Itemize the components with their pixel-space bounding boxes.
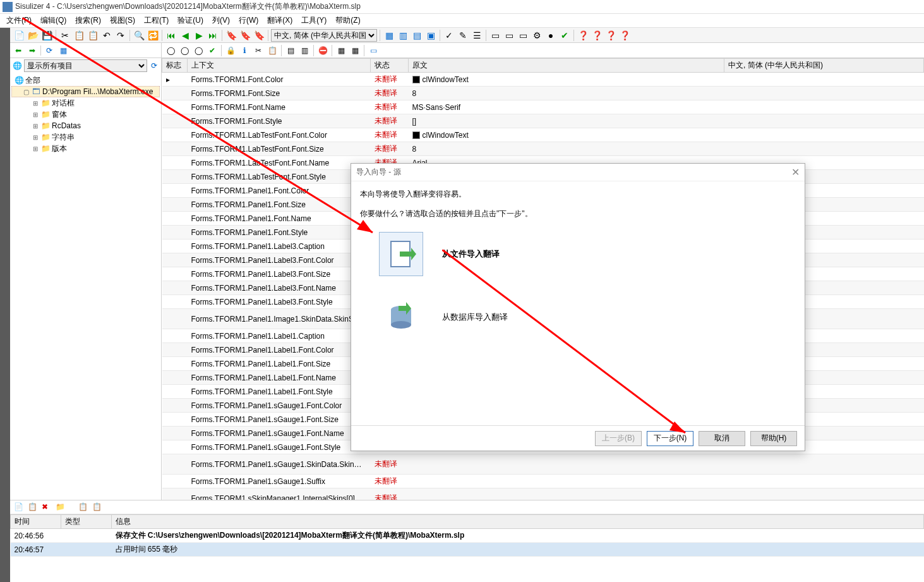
table-row[interactable]: Forms.TFORM1.LabTestFont.Font.Size未翻译8 [162, 142, 924, 156]
help2-icon[interactable]: ❓ [591, 29, 603, 42]
tree-item-forms[interactable]: ⊞ 📁 窗体 [11, 109, 160, 120]
log-copy-icon[interactable]: 📋 [28, 502, 38, 512]
col-target[interactable]: 中文, 简体 (中华人民共和国) [724, 59, 924, 73]
layout3-icon[interactable]: ▤ [411, 29, 423, 42]
log-folder-icon[interactable]: 📁 [56, 502, 66, 512]
cell-target[interactable] [724, 114, 924, 128]
cell-target[interactable] [724, 142, 924, 156]
log-grid[interactable]: 时间 类型 信息 20:46:56 保存文件 C:\Users\zhengwen… [10, 514, 924, 582]
save-icon[interactable]: 💾 [40, 29, 53, 42]
col-original[interactable]: 原文 [409, 59, 724, 73]
close-icon[interactable]: ✕ [791, 166, 800, 178]
table-row[interactable]: Forms.TFORM1.Font.Name未翻译MS·Sans·Serif [162, 100, 924, 114]
copy-icon[interactable]: 📋 [266, 44, 279, 57]
redo-icon[interactable]: ↷ [114, 29, 127, 42]
log-row[interactable]: 20:46:56 保存文件 C:\Users\zhengwen\Download… [11, 529, 924, 543]
copy-icon[interactable]: 📋 [73, 29, 85, 42]
grid-tool-icon[interactable]: ▦ [349, 44, 361, 57]
select-all-icon[interactable]: ▭ [489, 29, 501, 42]
cell-target[interactable] [724, 488, 924, 500]
menu-validate[interactable]: 验证(U) [174, 14, 207, 27]
next-button[interactable]: 下一步(N) [647, 431, 693, 446]
tree-opt-icon[interactable]: ▦ [57, 45, 69, 56]
table-row[interactable]: Forms.TFORM1.LabTestFont.Font.Color未翻译cl… [162, 128, 924, 142]
cell-target[interactable] [724, 475, 924, 488]
expand-icon[interactable]: ⊞ [32, 123, 39, 130]
validate-icon[interactable]: ✓ [443, 29, 455, 42]
check-icon[interactable]: ✔ [558, 29, 571, 42]
help-icon[interactable]: ❓ [577, 29, 589, 42]
tool-a-icon[interactable]: ▭ [503, 29, 515, 42]
language-combo[interactable]: 中文, 简体 (中华人民共和国 [271, 29, 377, 42]
menu-project[interactable]: 工程(T) [140, 14, 172, 27]
grid-tool-icon[interactable]: ◯ [164, 44, 177, 57]
cell-target[interactable] [724, 454, 924, 475]
tree-item-version[interactable]: ⊞ 📁 版本 [11, 143, 160, 154]
play-icon[interactable]: ▶ [193, 29, 205, 42]
forward-icon[interactable]: ➡ [27, 45, 38, 56]
expand-icon[interactable]: ⊞ [32, 134, 39, 141]
collapse-icon[interactable]: ▢ [22, 88, 30, 95]
tool-c-icon[interactable]: ● [544, 29, 557, 42]
expand-icon[interactable]: ⊞ [32, 111, 39, 118]
grid-tool-icon[interactable]: ▥ [298, 44, 311, 57]
col-context[interactable]: 上下文 [188, 59, 371, 73]
lock-icon[interactable]: 🔒 [224, 44, 237, 57]
filter-combo[interactable]: 显示所有项目 [24, 59, 147, 72]
open-icon[interactable]: 📂 [27, 29, 39, 42]
tree-root[interactable]: 🌐 全部 [11, 75, 160, 86]
log-copy3-icon[interactable]: 📋 [92, 502, 102, 512]
table-row[interactable]: Forms.TFORM1.sSkinManager1.InternalSkins… [162, 488, 924, 500]
menu-search[interactable]: 搜索(R) [71, 14, 105, 27]
bookmark-clear-icon[interactable]: 🔖 [253, 29, 265, 42]
menu-tools[interactable]: 工具(Y) [297, 14, 330, 27]
grid-check-icon[interactable]: ✔ [206, 44, 219, 57]
translate-icon[interactable]: ☰ [471, 29, 483, 42]
tree-item-rcdatas[interactable]: ⊞ 📁 RcDatas [11, 120, 160, 131]
menu-edit[interactable]: 编辑(Q) [37, 14, 70, 27]
filter-refresh-icon[interactable]: ⟳ [148, 60, 160, 71]
tree-item-strings[interactable]: ⊞ 📁 字符串 [11, 131, 160, 143]
find-icon[interactable]: 🔍 [133, 29, 145, 42]
cut-icon[interactable]: ✂ [59, 29, 71, 42]
col-status[interactable]: 状态 [371, 59, 409, 73]
cancel-button[interactable]: 取消 [699, 431, 745, 446]
grid-tool-icon[interactable]: ◯ [178, 44, 191, 57]
layout1-icon[interactable]: ▦ [383, 29, 395, 42]
cell-target[interactable] [724, 87, 924, 100]
undo-icon[interactable]: ↶ [100, 29, 113, 42]
log-delete-icon[interactable]: ✖ [42, 502, 52, 512]
bookmark-next-icon[interactable]: 🔖 [239, 29, 251, 42]
expand-icon[interactable]: ⊞ [32, 100, 39, 107]
gear-icon[interactable]: ⚙ [531, 29, 543, 42]
next-icon[interactable]: ⏭ [207, 29, 219, 42]
help3-icon[interactable]: ❓ [604, 29, 617, 42]
menu-column[interactable]: 列(V) [208, 14, 234, 27]
grid-tool-icon[interactable]: ▤ [284, 44, 297, 57]
refresh-icon[interactable]: ⟳ [44, 45, 55, 56]
first-icon[interactable]: ⏮ [165, 29, 177, 42]
layout4-icon[interactable]: ▣ [424, 29, 437, 42]
menu-row[interactable]: 行(W) [235, 14, 262, 27]
dialog-titlebar[interactable]: 导入向导 - 源 ✕ [351, 164, 805, 181]
log-col-time[interactable]: 时间 [11, 515, 61, 529]
option-import-file[interactable]: 从文件导入翻译 [379, 232, 796, 276]
new-icon[interactable]: 📄 [13, 29, 25, 42]
table-row[interactable]: Forms.TFORM1.Font.Size未翻译8 [162, 87, 924, 100]
option-import-db[interactable]: 从数据库导入翻译 [379, 295, 796, 339]
spell-icon[interactable]: ✎ [457, 29, 469, 42]
bookmark-icon[interactable]: 🔖 [225, 29, 237, 42]
table-row[interactable]: Forms.TFORM1.Panel1.sGauge1.Suffix未翻译 [162, 475, 924, 488]
project-tree[interactable]: 🌐 全部 ▢ 🗔 D:\Program Fil...\MobaXterm.exe… [10, 73, 161, 500]
layout2-icon[interactable]: ▥ [397, 29, 409, 42]
cell-target[interactable] [724, 128, 924, 142]
log-doc-icon[interactable]: 📄 [14, 502, 24, 512]
menu-translate[interactable]: 翻译(X) [263, 14, 296, 27]
cell-target[interactable] [724, 73, 924, 87]
col-flag[interactable]: 标志 [162, 59, 188, 73]
tool-b-icon[interactable]: ▭ [517, 29, 529, 42]
log-row[interactable]: 20:46:57 占用时间 655 毫秒 [11, 543, 924, 557]
menu-view[interactable]: 视图(S) [106, 14, 139, 27]
tree-item-dialogs[interactable]: ⊞ 📁 对话框 [11, 97, 160, 109]
log-col-type[interactable]: 类型 [61, 515, 112, 529]
